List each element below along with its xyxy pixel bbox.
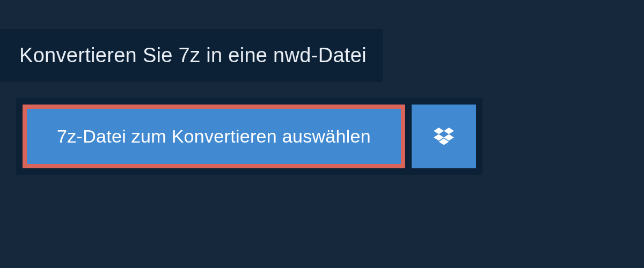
action-bar: 7z-Datei zum Konvertieren auswählen xyxy=(16,98,482,175)
select-file-label: 7z-Datei zum Konvertieren auswählen xyxy=(57,126,371,147)
dropbox-button[interactable] xyxy=(412,105,476,168)
select-file-button[interactable]: 7z-Datei zum Konvertieren auswählen xyxy=(23,105,405,168)
page-header: Konvertieren Sie 7z in eine nwd-Datei xyxy=(0,29,383,82)
page-title: Konvertieren Sie 7z in eine nwd-Datei xyxy=(19,44,367,67)
dropbox-icon xyxy=(434,128,454,146)
